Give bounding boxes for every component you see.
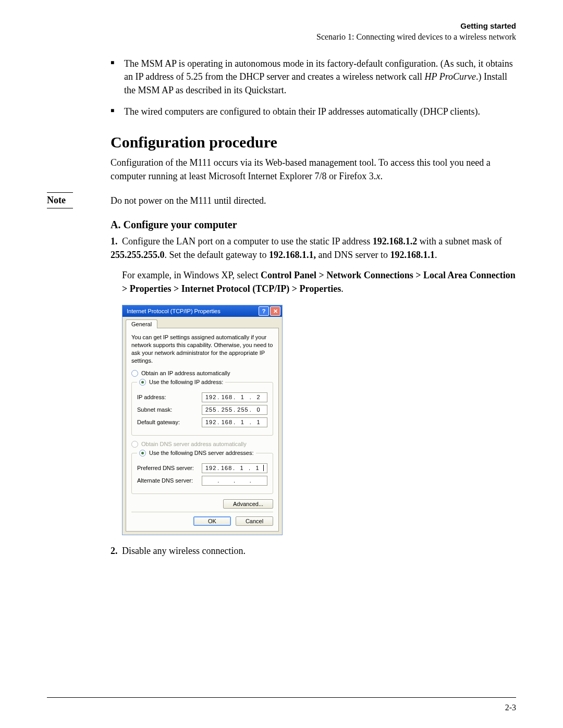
step-text: . xyxy=(341,283,344,294)
ip-octet: 1 xyxy=(237,465,247,471)
radio-label: Obtain DNS server address automatically xyxy=(141,441,247,447)
bullet-italic: HP ProCurve xyxy=(424,71,476,82)
ip-octet: 1 xyxy=(252,465,264,471)
radio-icon[interactable] xyxy=(139,450,146,456)
radio-icon xyxy=(131,370,138,377)
help-button[interactable]: ? xyxy=(259,306,269,316)
ip-octet: 168 xyxy=(221,465,231,471)
note-text: Do not power on the M111 until directed. xyxy=(111,192,516,208)
subnet-mask-input[interactable]: 255. 255. 255. 0 xyxy=(202,405,267,415)
ip-octet: 1 xyxy=(253,419,264,425)
preferred-dns-label: Preferred DNS server: xyxy=(137,465,202,471)
ip-octet: 255 xyxy=(222,406,232,413)
alternate-dns-label: Alternate DNS server: xyxy=(137,477,202,484)
ip-octet: 0 xyxy=(253,406,264,413)
step-text: For example, in Windows XP, select xyxy=(122,270,261,280)
tcpip-properties-dialog: Internet Protocol (TCP/IP) Properties ? … xyxy=(122,305,283,535)
dialog-body: You can get IP settings assigned automat… xyxy=(126,328,279,531)
advanced-button[interactable]: Advanced... xyxy=(223,499,273,509)
dialog-description: You can get IP settings assigned automat… xyxy=(131,334,273,364)
step-item: 1.Configure the LAN port on a computer t… xyxy=(111,235,516,535)
cancel-button[interactable]: Cancel xyxy=(236,516,273,526)
section-heading: Configuration procedure xyxy=(111,133,516,151)
step-text: and DNS server to xyxy=(316,250,390,260)
footer-rule xyxy=(47,697,516,698)
radio-icon[interactable] xyxy=(139,379,146,386)
preferred-dns-input[interactable]: 192. 168. 1. 1 xyxy=(202,463,267,473)
ip-octet: 192 xyxy=(205,394,216,400)
header-subtitle: Scenario 1: Connecting wired devices to … xyxy=(47,31,516,43)
subnet-mask-label: Subnet mask: xyxy=(137,406,202,413)
bullet-list: The MSM AP is operating in autonomous mo… xyxy=(111,57,516,119)
step-bold: 192.168.1.1, xyxy=(269,250,316,260)
page-header: Getting started Scenario 1: Connecting w… xyxy=(47,21,516,43)
dialog-title: Internet Protocol (TCP/IP) Properties xyxy=(127,308,258,314)
step-text: . xyxy=(435,250,437,260)
step-item: 2.Disable any wireless connection. xyxy=(111,545,516,558)
dialog-titlebar: Internet Protocol (TCP/IP) Properties ? … xyxy=(123,305,282,317)
note-block: Note Do not power on the M111 until dire… xyxy=(47,192,516,208)
step-text: with a subnet mask of xyxy=(417,236,501,246)
radio-obtain-ip-auto[interactable]: Obtain an IP address automatically xyxy=(131,370,273,377)
step-number: 2. xyxy=(111,545,122,558)
step-example: For example, in Windows XP, select Contr… xyxy=(111,269,516,295)
bullet-item: The wired computers are configured to ob… xyxy=(111,105,516,119)
ip-octet: 255 xyxy=(205,406,216,413)
tab-general[interactable]: General xyxy=(126,319,157,328)
bullet-text: The wired computers are configured to ob… xyxy=(124,106,480,117)
step-bold: 255.255.255.0 xyxy=(111,250,165,260)
ip-octet: 192 xyxy=(205,419,216,425)
intro-text: . xyxy=(380,171,383,181)
bullet-item: The MSM AP is operating in autonomous mo… xyxy=(111,57,516,97)
note-label: Note xyxy=(47,192,73,208)
steps-list: 1.Configure the LAN port on a computer t… xyxy=(111,235,516,558)
header-title: Getting started xyxy=(47,21,516,31)
ok-button[interactable]: OK xyxy=(193,516,231,526)
ip-octet: 2 xyxy=(253,394,264,400)
ip-octet: 1 xyxy=(237,394,248,400)
default-gateway-input[interactable]: 192. 168. 1. 1 xyxy=(202,417,267,427)
ip-octet: 168 xyxy=(222,394,232,400)
step-text: Disable any wireless connection. xyxy=(122,546,246,556)
step-bold: 192.168.1.2 xyxy=(373,236,418,246)
alternate-dns-input[interactable]: . . . xyxy=(202,476,267,486)
radio-obtain-dns-auto: Obtain DNS server address automatically xyxy=(131,441,273,448)
ip-address-label: IP address: xyxy=(137,394,202,400)
close-button[interactable]: ✕ xyxy=(270,306,280,316)
step-bold: 192.168.1.1 xyxy=(390,250,435,260)
radio-use-dns-label[interactable]: Use the following DNS server addresses: xyxy=(149,450,254,456)
intro-text: Configuration of the M111 occurs via its… xyxy=(111,157,491,181)
subsection-heading: A. Configure your computer xyxy=(111,219,516,231)
radio-use-ip-label[interactable]: Use the following IP address: xyxy=(149,379,223,385)
ip-octet: 255 xyxy=(237,406,248,413)
step-text: . Set the default gateway to xyxy=(165,250,269,260)
ip-group: Use the following IP address: IP address… xyxy=(131,379,273,436)
ip-octet: 1 xyxy=(237,419,248,425)
ip-octet: 192 xyxy=(205,465,216,471)
radio-icon xyxy=(131,441,138,448)
radio-label: Obtain an IP address automatically xyxy=(141,370,230,376)
dns-group: Use the following DNS server addresses: … xyxy=(131,450,273,494)
ip-octet: 168 xyxy=(222,419,232,425)
ip-address-input[interactable]: 192. 168. 1. 2 xyxy=(202,392,267,402)
step-number: 1. xyxy=(111,235,122,249)
page-number: 2-3 xyxy=(505,703,516,712)
step-text: Configure the LAN port on a computer to … xyxy=(122,236,373,246)
tab-strip: General xyxy=(123,317,282,328)
intro-paragraph: Configuration of the M111 occurs via its… xyxy=(111,156,516,183)
default-gateway-label: Default gateway: xyxy=(137,419,202,425)
